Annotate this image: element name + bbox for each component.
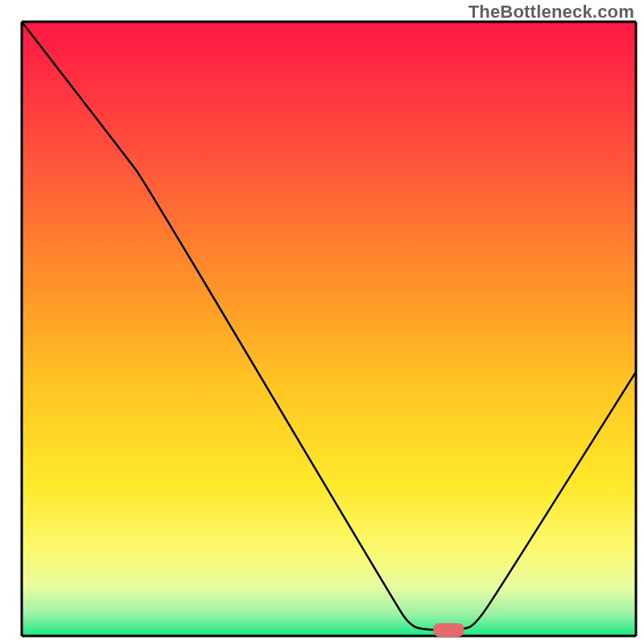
optimal-marker <box>433 623 464 637</box>
watermark-text: TheBottleneck.com <box>469 2 634 23</box>
bottleneck-chart <box>0 0 644 644</box>
chart-stage: TheBottleneck.com <box>0 0 644 644</box>
plot-background <box>22 22 636 636</box>
